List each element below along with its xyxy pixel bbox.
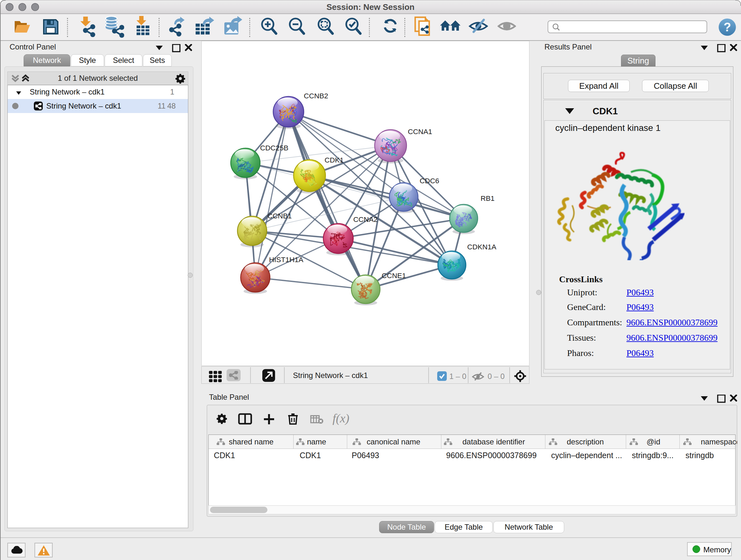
svg-text:CCNB2: CCNB2 bbox=[304, 92, 328, 100]
svg-text:CCNA2: CCNA2 bbox=[353, 215, 378, 224]
svg-text:CDC25B: CDC25B bbox=[260, 144, 288, 152]
svg-text:CDC6: CDC6 bbox=[420, 177, 439, 185]
svg-text:CDK1: CDK1 bbox=[325, 156, 344, 164]
svg-text:CCNA1: CCNA1 bbox=[408, 128, 432, 136]
svg-text:CCNE1: CCNE1 bbox=[382, 272, 406, 280]
svg-text:RB1: RB1 bbox=[481, 194, 495, 202]
svg-text:CCNB1: CCNB1 bbox=[267, 212, 292, 220]
svg-text:CDKN1A: CDKN1A bbox=[467, 243, 496, 251]
svg-text:HIST1H1A: HIST1H1A bbox=[269, 256, 304, 264]
